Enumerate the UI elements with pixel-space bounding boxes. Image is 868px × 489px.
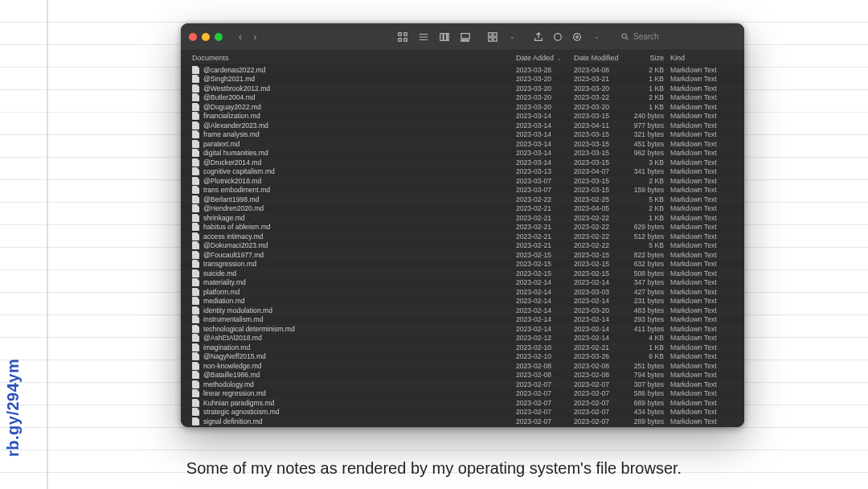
file-kind: Markdown Text xyxy=(670,167,733,175)
file-row[interactable]: imagination.md2023-02-102023-02-211 KBMa… xyxy=(181,343,744,352)
file-size: 1 KB xyxy=(630,343,670,351)
column-kind-header[interactable]: Kind xyxy=(670,54,733,62)
action-button[interactable] xyxy=(570,30,584,44)
file-size: 4 KB xyxy=(630,334,670,342)
search-field[interactable]: Search xyxy=(616,31,736,43)
icon-view-button[interactable] xyxy=(395,30,410,44)
file-row[interactable]: @cardenas2022.md2023-03-282023-04-082 KB… xyxy=(181,65,744,75)
column-date-added-header[interactable]: Date Added⌄ xyxy=(516,54,574,62)
nav-forward-button[interactable]: › xyxy=(250,31,260,43)
list-view-button[interactable] xyxy=(416,30,431,44)
file-row[interactable]: trans embodiment.md2023-03-072023-03-151… xyxy=(181,186,744,195)
file-icon xyxy=(192,260,199,268)
file-row[interactable]: suicide.md2023-02-152023-02-15508 bytesM… xyxy=(181,269,744,278)
file-kind: Markdown Text xyxy=(670,334,733,342)
file-size: 483 bytes xyxy=(630,306,670,314)
gallery-view-button[interactable] xyxy=(458,30,473,44)
nav-back-button[interactable]: ‹ xyxy=(235,31,245,43)
file-date-added: 2023-02-15 xyxy=(516,269,574,277)
file-row[interactable]: methodology.md2023-02-072023-02-07307 by… xyxy=(181,380,744,389)
file-date-modified: 2023-02-07 xyxy=(574,408,630,416)
svg-rect-15 xyxy=(493,32,497,35)
minimize-window-button[interactable] xyxy=(202,33,210,41)
file-size: 3 KB xyxy=(630,158,670,166)
file-date-added: 2023-02-15 xyxy=(516,251,574,259)
file-row[interactable]: @Alexander2023.md2023-03-142023-04-11977… xyxy=(181,121,744,130)
share-button[interactable] xyxy=(531,30,546,44)
file-date-added: 2023-03-14 xyxy=(516,130,574,138)
file-icon xyxy=(192,204,199,212)
file-list[interactable]: @cardenas2022.md2023-03-282023-04-082 KB… xyxy=(181,65,744,427)
file-row[interactable]: @Duguay2022.md2023-03-202023-03-201 KBMa… xyxy=(181,102,744,112)
file-icon xyxy=(192,399,199,407)
column-date-modified-header[interactable]: Date Modified xyxy=(574,54,630,62)
file-row[interactable]: strategic agnosticism.md2023-02-072023-0… xyxy=(181,408,744,417)
svg-rect-13 xyxy=(467,39,469,41)
file-row[interactable]: financialization.md2023-03-142023-03-152… xyxy=(181,112,744,121)
file-row[interactable]: @Singh2021.md2023-03-202023-03-211 KBMar… xyxy=(181,75,744,84)
file-row[interactable]: @Foucault1977.md2023-02-152023-02-15822 … xyxy=(181,250,744,260)
file-kind: Markdown Text xyxy=(670,177,733,185)
file-row[interactable]: transgression.md2023-02-152023-02-15632 … xyxy=(181,260,744,269)
column-size-header[interactable]: Size xyxy=(630,54,670,62)
file-icon xyxy=(192,93,199,101)
column-name-header[interactable]: Documents xyxy=(192,54,516,62)
svg-point-20 xyxy=(576,35,579,38)
file-row[interactable]: @Drucker2014.md2023-03-142023-03-153 KBM… xyxy=(181,158,744,167)
file-kind: Markdown Text xyxy=(670,140,733,148)
file-icon xyxy=(192,334,199,342)
file-row[interactable]: @Hendren2020.md2023-02-212023-04-052 KBM… xyxy=(181,204,744,214)
file-date-modified: 2023-03-22 xyxy=(574,93,630,101)
svg-rect-10 xyxy=(461,33,470,38)
file-icon xyxy=(192,380,199,388)
file-row[interactable]: @AshEtAl2018.md2023-02-122023-02-144 KBM… xyxy=(181,334,744,343)
file-row[interactable]: technological determinism.md2023-02-1420… xyxy=(181,324,744,334)
file-row[interactable]: @NagyNeff2015.md2023-02-102023-03-266 KB… xyxy=(181,352,744,362)
file-kind: Markdown Text xyxy=(670,66,733,74)
fullscreen-window-button[interactable] xyxy=(215,33,223,41)
tag-button[interactable] xyxy=(551,30,565,44)
file-date-modified: 2023-03-20 xyxy=(574,103,630,111)
file-row[interactable]: paratext.md2023-03-142023-03-15451 bytes… xyxy=(181,139,744,149)
file-size: 629 bytes xyxy=(630,223,670,231)
file-row[interactable]: Kuhnian paradigms.md2023-02-072023-02-07… xyxy=(181,398,744,408)
file-date-modified: 2023-04-11 xyxy=(574,121,630,129)
close-window-button[interactable] xyxy=(189,33,197,41)
file-date-added: 2023-02-15 xyxy=(516,260,574,268)
file-row[interactable]: materiality.md2023-02-142023-02-14347 by… xyxy=(181,278,744,288)
file-row[interactable]: non-knowledge.md2023-02-082023-02-08251 … xyxy=(181,361,744,371)
file-row[interactable]: identity modulation.md2023-02-142023-03-… xyxy=(181,306,744,315)
file-row[interactable]: mediation.md2023-02-142023-02-14231 byte… xyxy=(181,297,744,306)
file-row[interactable]: digital humanities.md2023-03-142023-03-1… xyxy=(181,149,744,158)
file-size: 341 bytes xyxy=(630,167,670,175)
column-view-button[interactable] xyxy=(437,30,452,44)
group-by-button[interactable] xyxy=(485,30,500,44)
file-date-modified: 2023-02-07 xyxy=(574,417,630,425)
file-row[interactable]: @Westbrook2012.md2023-03-202023-03-201 K… xyxy=(181,84,744,93)
file-row[interactable]: @Bataille1986.md2023-02-082023-02-08794 … xyxy=(181,371,744,380)
file-row[interactable]: habitus of ableism.md2023-02-212023-02-2… xyxy=(181,223,744,232)
file-row[interactable]: signal definition.md2023-02-072023-02-07… xyxy=(181,417,744,426)
file-size: 2 KB xyxy=(630,204,670,212)
file-row[interactable]: frame analysis.md2023-03-142023-03-15321… xyxy=(181,130,744,140)
file-row[interactable]: access intimacy.md2023-02-212023-02-2251… xyxy=(181,232,744,241)
file-row[interactable]: platform.md2023-02-142023-03-03427 bytes… xyxy=(181,287,744,297)
search-icon xyxy=(620,32,629,41)
file-size: 321 bytes xyxy=(630,130,670,138)
file-row[interactable]: @Dokumaci2023.md2023-02-212023-02-225 KB… xyxy=(181,241,744,251)
file-kind: Markdown Text xyxy=(670,112,733,120)
file-date-added: 2023-02-14 xyxy=(516,288,574,296)
file-row[interactable]: cognitive capitalism.md2023-03-132023-04… xyxy=(181,167,744,177)
file-row[interactable]: shrinkage.md2023-02-212023-02-221 KBMark… xyxy=(181,213,744,223)
svg-point-18 xyxy=(555,33,562,40)
file-row[interactable]: @Butler2004.md2023-03-202023-03-222 KBMa… xyxy=(181,93,744,103)
file-date-added: 2023-02-10 xyxy=(516,352,574,360)
svg-rect-3 xyxy=(404,38,407,41)
file-row[interactable]: linear regression.md2023-02-072023-02-07… xyxy=(181,389,744,399)
file-name: mediation.md xyxy=(203,297,516,305)
file-row[interactable]: @Berlant1998.md2023-02-222023-02-255 KBM… xyxy=(181,195,744,204)
file-row[interactable]: @Plotnick2018.md2023-03-072023-03-152 KB… xyxy=(181,176,744,186)
file-date-modified: 2023-02-22 xyxy=(574,214,630,222)
file-row[interactable]: instrumentalism.md2023-02-142023-02-1429… xyxy=(181,315,744,325)
file-kind: Markdown Text xyxy=(670,343,733,351)
